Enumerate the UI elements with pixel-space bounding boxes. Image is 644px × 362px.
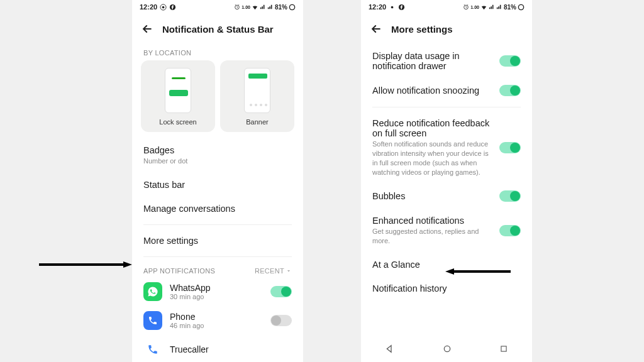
truecaller-icon <box>143 340 162 359</box>
app-name: WhatsApp <box>170 283 263 293</box>
signal-icon-2 <box>267 4 274 10</box>
divider <box>143 224 292 225</box>
alarm-icon <box>234 4 240 10</box>
back-icon[interactable] <box>141 23 153 35</box>
whatsapp-icon <box>143 282 162 301</box>
banner-card[interactable]: Banner <box>220 60 294 132</box>
phone-toggle[interactable] <box>270 315 292 326</box>
recent-filter[interactable]: RECENT <box>255 267 292 275</box>
bubbles-row[interactable]: Bubbles <box>361 184 532 209</box>
page-title: Notification & Status Bar <box>162 24 274 35</box>
alarm-icon <box>463 4 469 10</box>
signal-icon-1 <box>489 4 495 10</box>
lock-screen-card[interactable]: Lock screen <box>141 60 215 132</box>
reduce-feedback-row[interactable]: Reduce notification feedback on full scr… <box>361 111 532 184</box>
svg-point-6 <box>518 4 523 9</box>
svg-marker-10 <box>123 261 132 268</box>
badges-sub: Number or dot <box>143 156 292 166</box>
app-notifications-header: APP NOTIFICATIONS RECENT <box>132 261 303 277</box>
chevron-down-icon <box>286 268 292 274</box>
app-time: 30 min ago <box>170 293 263 300</box>
snoozing-row[interactable]: Allow notification snoozing <box>361 78 532 103</box>
app-row-phone[interactable]: Phone 46 min ago <box>132 306 303 335</box>
nav-home-icon[interactable] <box>442 344 452 354</box>
divider <box>372 107 521 107</box>
more-settings-row[interactable]: More settings <box>132 229 303 253</box>
phone-icon <box>143 311 162 330</box>
status-time: 12:20 <box>369 3 386 11</box>
battery-ring-icon <box>289 4 296 11</box>
snoozing-toggle[interactable] <box>499 85 521 96</box>
svg-point-7 <box>444 346 450 351</box>
app-notifications-label: APP NOTIFICATIONS <box>143 267 215 275</box>
page-title: More settings <box>391 24 453 35</box>
alarm-time: 1.00 <box>470 5 479 9</box>
status-time: 12:20 <box>140 3 157 11</box>
app-row-truecaller[interactable]: Truecaller <box>132 335 303 362</box>
signal-icon-1 <box>260 4 266 10</box>
badges-row[interactable]: Badges Number or dot <box>132 138 303 173</box>
android-nav-bar <box>361 339 532 358</box>
banner-label: Banner <box>246 118 268 126</box>
annotation-arrow-left <box>39 261 132 268</box>
whatsapp-toggle[interactable] <box>270 286 292 297</box>
app-row-whatsapp[interactable]: WhatsApp 30 min ago <box>132 277 303 306</box>
status-bar-row[interactable]: Status bar <box>132 173 303 197</box>
enhanced-toggle[interactable] <box>499 225 521 236</box>
battery-percent: 81% <box>275 4 287 11</box>
status-bar: 12:20 1.00 81% <box>132 0 303 14</box>
manage-conversations-row[interactable]: Manage conversations <box>132 197 303 221</box>
wifi-icon <box>252 4 258 11</box>
data-usage-toggle[interactable] <box>499 55 521 67</box>
nav-back-icon[interactable] <box>385 344 395 354</box>
battery-ring-icon <box>518 4 525 11</box>
page-header: More settings <box>361 14 532 44</box>
facebook-status-icon <box>398 4 405 11</box>
app-name: Phone <box>170 312 263 322</box>
reduce-feedback-toggle[interactable] <box>499 142 521 153</box>
location-cards: Lock screen Banner <box>132 60 303 132</box>
app-time: 46 min ago <box>170 322 263 329</box>
wifi-icon <box>480 4 487 11</box>
status-bar: 12:20 1.00 81% <box>361 0 532 14</box>
notification-history-row[interactable]: Notification history <box>361 277 532 300</box>
lock-screen-preview <box>165 68 191 113</box>
whatsapp-status-icon <box>160 4 167 11</box>
whatsapp-status-icon <box>389 4 396 11</box>
app-name: Truecaller <box>170 344 292 354</box>
banner-preview <box>244 68 270 113</box>
page-header: Notification & Status Bar <box>132 14 303 44</box>
battery-percent: 81% <box>504 4 516 11</box>
nav-recents-icon[interactable] <box>499 344 508 353</box>
phone-left: 12:20 1.00 81% Notification & Status Bar… <box>132 0 303 362</box>
divider <box>143 256 292 257</box>
enhanced-row[interactable]: Enhanced notifications Get suggested act… <box>361 209 532 253</box>
back-icon[interactable] <box>370 23 382 35</box>
svg-point-3 <box>289 4 294 9</box>
phone-right: 12:20 1.00 81% More settings Display dat… <box>361 0 532 362</box>
facebook-status-icon <box>169 4 176 11</box>
at-a-glance-row[interactable]: At a Glance <box>361 253 532 277</box>
bubbles-toggle[interactable] <box>499 190 521 202</box>
signal-icon-2 <box>496 4 502 10</box>
data-usage-row[interactable]: Display data usage in notification drawe… <box>361 44 532 78</box>
badges-title: Badges <box>143 145 292 155</box>
by-location-label: BY LOCATION <box>132 44 303 60</box>
alarm-time: 1.00 <box>242 5 250 9</box>
lock-screen-label: Lock screen <box>159 118 196 126</box>
svg-rect-8 <box>501 346 506 351</box>
